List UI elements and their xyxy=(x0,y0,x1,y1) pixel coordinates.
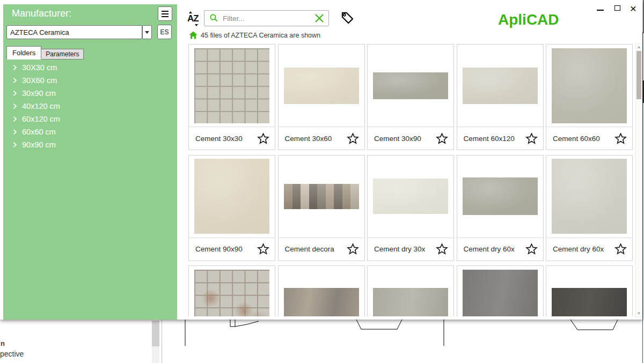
folder-label: 30X30 cm xyxy=(22,63,57,72)
favorite-star-icon[interactable] xyxy=(436,132,448,145)
folder-label: 60x60 cm xyxy=(22,128,56,136)
sidebar-folder-item[interactable]: 40x120 cm xyxy=(3,100,177,113)
menu-button[interactable] xyxy=(158,6,172,21)
tile-label: Cement 60x120 xyxy=(464,135,515,143)
tile-image xyxy=(463,177,538,215)
tile-label: Cement 30x90 xyxy=(374,135,421,143)
tile-image xyxy=(373,179,448,214)
sidebar-folder-item[interactable]: 30X30 cm xyxy=(3,61,177,74)
sidebar: Manufacturer: ES Folders Parameters 30X3… xyxy=(3,4,177,320)
sidebar-folder-item[interactable]: 60x120 cm xyxy=(3,113,177,125)
favorite-star-icon[interactable] xyxy=(347,132,359,145)
language-button[interactable]: ES xyxy=(157,25,172,39)
aplicad-logo: ApliCAD xyxy=(498,11,559,28)
tab-parameters[interactable]: Parameters xyxy=(41,49,84,60)
favorite-star-icon[interactable] xyxy=(257,243,269,255)
chevron-right-icon xyxy=(12,77,18,84)
favorite-star-icon[interactable] xyxy=(525,132,538,145)
chevron-right-icon xyxy=(12,142,18,148)
filter-input[interactable] xyxy=(219,14,314,23)
tile-card[interactable] xyxy=(457,265,544,316)
sort-az-button[interactable]: AZ xyxy=(186,11,202,26)
folder-label: 90x90 cm xyxy=(22,140,56,149)
tile-label: Cement 60x60 xyxy=(553,135,600,143)
hamburger-icon xyxy=(162,11,169,12)
filter-search-box xyxy=(204,10,329,26)
favorite-star-icon[interactable] xyxy=(257,132,269,145)
tile-image xyxy=(284,288,359,317)
favorite-star-icon[interactable] xyxy=(614,132,627,145)
tile-label: Cement 90x90 xyxy=(195,245,243,253)
chevron-right-icon xyxy=(12,129,18,135)
tile-image xyxy=(552,48,627,123)
tile-image xyxy=(463,270,538,317)
chevron-right-icon xyxy=(12,90,18,97)
tile-image xyxy=(194,48,269,123)
sidebar-folder-item[interactable]: 30x90 cm xyxy=(3,87,177,100)
background-text-fragment: pective xyxy=(0,350,24,358)
tile-card[interactable]: Cement decora xyxy=(278,155,365,261)
manufacturer-combobox[interactable] xyxy=(6,25,142,39)
sort-down-arrow-icon xyxy=(195,24,198,26)
folder-label: 30X60 cm xyxy=(22,76,57,85)
favorite-star-icon[interactable] xyxy=(525,243,538,255)
maximize-button[interactable] xyxy=(611,2,624,14)
close-button[interactable]: × xyxy=(627,2,640,14)
background-panel-divider xyxy=(162,320,162,363)
tile-image xyxy=(284,68,359,104)
tile-card[interactable]: Cement 60x60 xyxy=(546,44,633,150)
favorite-star-icon[interactable] xyxy=(347,243,359,255)
tile-label: Cement 30x60 xyxy=(285,135,332,143)
chevron-right-icon xyxy=(12,64,18,71)
tile-card[interactable]: Cement 30x90 xyxy=(367,44,454,150)
home-icon xyxy=(189,31,197,39)
tile-card[interactable] xyxy=(278,265,365,316)
tile-card[interactable]: Cement 30x30 xyxy=(188,44,275,150)
folder-label: 30x90 cm xyxy=(22,89,56,98)
minimize-button[interactable] xyxy=(594,2,606,14)
close-icon xyxy=(314,13,324,23)
tile-library-window: Manufacturer: ES Folders Parameters 30X3… xyxy=(0,0,642,320)
tile-card[interactable]: Cement 60x120 xyxy=(457,44,544,150)
sidebar-folder-item[interactable]: 30X60 cm xyxy=(3,74,177,87)
grid-scrollbar[interactable]: ▲ ▼ xyxy=(635,43,642,317)
tile-card[interactable]: Cement 30x60 xyxy=(278,44,365,150)
tile-card[interactable] xyxy=(367,265,454,316)
tile-grid: Cement 30x30 Cement 30x60 Cement 30x90 xyxy=(188,44,634,316)
search-icon xyxy=(209,13,219,24)
folder-list: 30X30 cm 30X60 cm 30x90 cm 40x120 cm 60x… xyxy=(3,61,177,151)
tile-card[interactable]: Cement dry 60x xyxy=(457,155,544,261)
tile-card[interactable]: Cement 90x90 xyxy=(188,155,275,261)
background-scrollbar-thumb[interactable] xyxy=(152,321,159,346)
maximize-icon xyxy=(614,5,620,11)
clear-filter-button[interactable] xyxy=(314,13,324,23)
tile-card[interactable]: Cement dry 30x xyxy=(367,155,454,261)
tile-image xyxy=(284,184,359,209)
tile-card[interactable]: Cement dry 60x xyxy=(546,155,633,261)
grid-scrollbar-thumb[interactable] xyxy=(636,51,641,99)
scroll-up-arrow-icon[interactable]: ▲ xyxy=(636,45,642,49)
tile-card[interactable] xyxy=(188,265,275,316)
tab-folders[interactable]: Folders xyxy=(6,46,41,60)
scroll-down-arrow-icon[interactable]: ▼ xyxy=(636,311,642,316)
tile-label: Cement 30x30 xyxy=(195,135,243,143)
sidebar-folder-item[interactable]: 60x60 cm xyxy=(3,125,177,138)
status-text: 45 files of AZTECA Ceramica are shown xyxy=(201,32,320,39)
tile-image xyxy=(194,270,269,317)
tile-image xyxy=(463,68,538,104)
tile-image xyxy=(552,288,627,317)
tag-icon xyxy=(340,11,355,25)
favorite-star-icon[interactable] xyxy=(614,243,627,255)
background-text-fragment: n xyxy=(1,339,5,347)
favorite-star-icon[interactable] xyxy=(436,243,448,255)
background-scrollbar[interactable] xyxy=(152,321,159,363)
minimize-icon xyxy=(597,10,604,11)
tags-button[interactable] xyxy=(340,11,355,25)
tile-card[interactable] xyxy=(546,265,633,316)
chevron-down-icon xyxy=(145,31,149,34)
tile-image xyxy=(552,159,627,234)
close-icon: × xyxy=(630,3,636,14)
manufacturer-dropdown-button[interactable] xyxy=(142,25,152,39)
sidebar-folder-item[interactable]: 90x90 cm xyxy=(3,138,177,151)
tile-label: Cement dry 30x xyxy=(374,245,425,253)
